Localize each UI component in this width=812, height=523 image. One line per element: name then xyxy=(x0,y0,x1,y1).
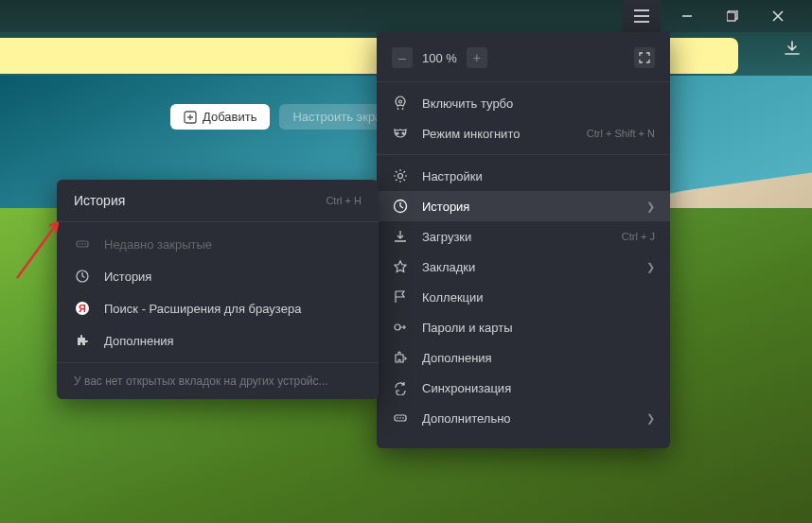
menu-item-downloads[interactable]: Загрузки Ctrl + J xyxy=(377,221,670,252)
submenu-footer: У вас нет открытых вкладок на других уст… xyxy=(57,362,379,399)
svg-point-5 xyxy=(395,324,400,330)
svg-text:Я: Я xyxy=(79,303,86,314)
puzzle-filled-icon xyxy=(74,333,91,348)
submenu-shortcut: Ctrl + H xyxy=(326,195,362,206)
menu-item-history[interactable]: История ❯ xyxy=(377,191,670,221)
more-icon xyxy=(392,410,409,426)
menu-item-addons[interactable]: Дополнения xyxy=(377,342,670,373)
customize-button-label: Настроить экра xyxy=(292,110,381,124)
menu-item-shortcut: Ctrl + Shift + N xyxy=(587,128,655,139)
sync-icon xyxy=(392,380,409,395)
menu-item-label: Пароли и карты xyxy=(422,321,655,335)
star-icon xyxy=(392,259,409,274)
rocket-icon xyxy=(392,96,409,111)
svg-point-13 xyxy=(84,243,86,245)
menu-item-label: Коллекции xyxy=(422,290,655,305)
zoom-row: – 100 % + xyxy=(377,42,670,81)
submenu-title: История xyxy=(74,193,125,208)
add-button[interactable]: Добавить xyxy=(170,104,270,130)
chevron-right-icon: ❯ xyxy=(646,412,655,425)
downloads-button[interactable] xyxy=(784,40,801,57)
menu-item-label: Загрузки xyxy=(422,230,609,244)
menu-item-settings[interactable]: Настройки xyxy=(377,161,670,191)
menu-item-sync[interactable]: Синхронизация xyxy=(377,373,670,403)
submenu-item-label: История xyxy=(104,270,151,284)
menu-item-label: Режим инкогнито xyxy=(422,127,574,141)
maximize-button[interactable] xyxy=(714,0,751,32)
menu-item-bookmarks[interactable]: Закладки ❯ xyxy=(377,252,670,282)
menu-item-turbo[interactable]: Включить турбо xyxy=(377,88,670,118)
yandex-icon: Я xyxy=(74,301,91,316)
svg-point-9 xyxy=(402,417,404,419)
submenu-item-label: Недавно закрытые xyxy=(104,237,212,252)
menu-item-label: Синхронизация xyxy=(422,381,655,395)
menu-item-passwords[interactable]: Пароли и карты xyxy=(377,312,670,342)
menu-item-label: Настройки xyxy=(422,169,655,183)
menu-item-label: Закладки xyxy=(422,260,633,274)
history-submenu: История Ctrl + H Недавно закрытые Истори… xyxy=(57,180,379,399)
clock-icon xyxy=(392,199,409,214)
titlebar xyxy=(0,0,812,32)
submenu-header: История Ctrl + H xyxy=(57,180,379,221)
close-button[interactable] xyxy=(759,0,797,32)
chevron-right-icon: ❯ xyxy=(646,261,655,273)
gear-icon xyxy=(392,168,409,183)
menu-item-incognito[interactable]: Режим инкогнито Ctrl + Shift + N xyxy=(377,118,670,148)
svg-point-12 xyxy=(81,243,83,245)
more-box-icon xyxy=(74,236,91,252)
svg-point-7 xyxy=(397,417,398,419)
chevron-right-icon: ❯ xyxy=(646,200,655,213)
menu-item-collections[interactable]: Коллекции xyxy=(377,282,670,312)
menu-item-label: Дополнительно xyxy=(422,411,633,426)
minimize-button[interactable] xyxy=(668,0,706,32)
main-menu: – 100 % + Включить турбо Режим инкогнито… xyxy=(377,32,670,448)
puzzle-icon xyxy=(392,350,409,365)
submenu-item-history[interactable]: История xyxy=(57,260,379,292)
submenu-item-search[interactable]: Я Поиск - Расширения для браузера xyxy=(57,292,379,324)
zoom-out-button[interactable]: – xyxy=(392,47,413,68)
add-button-label: Добавить xyxy=(203,110,256,124)
clock-filled-icon xyxy=(74,269,91,284)
menu-item-more[interactable]: Дополнительно ❯ xyxy=(377,403,670,433)
plus-box-icon xyxy=(184,111,197,124)
zoom-in-button[interactable]: + xyxy=(467,47,487,68)
menu-item-label: Включить турбо xyxy=(422,96,655,111)
svg-point-3 xyxy=(398,174,403,179)
svg-point-8 xyxy=(399,417,401,419)
menu-item-shortcut: Ctrl + J xyxy=(622,231,655,242)
key-icon xyxy=(392,320,409,335)
zoom-value: 100 % xyxy=(422,51,457,65)
svg-point-11 xyxy=(79,243,80,245)
flag-icon xyxy=(392,289,409,305)
submenu-item-label: Дополнения xyxy=(104,334,174,348)
svg-rect-1 xyxy=(727,12,735,21)
menu-item-label: История xyxy=(422,200,633,214)
submenu-item-label: Поиск - Расширения для браузера xyxy=(104,302,301,316)
submenu-item-recently-closed: Недавно закрытые xyxy=(57,228,379,260)
download-icon xyxy=(392,229,409,244)
mask-icon xyxy=(392,126,409,141)
menu-item-label: Дополнения xyxy=(422,351,655,365)
hamburger-menu-button[interactable] xyxy=(623,0,661,32)
submenu-item-addons[interactable]: Дополнения xyxy=(57,324,379,357)
fullscreen-button[interactable] xyxy=(634,47,655,68)
